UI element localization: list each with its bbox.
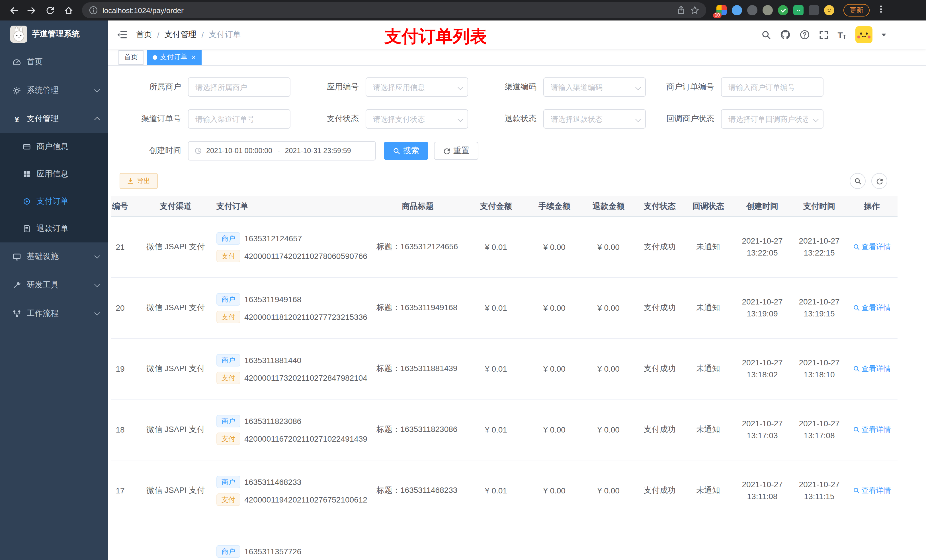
col-header-title: 商品标题 <box>371 201 465 211</box>
fullscreen-icon[interactable] <box>819 30 828 39</box>
extension-icon[interactable] <box>793 5 803 15</box>
channel-code-input[interactable] <box>544 78 645 96</box>
merchant-order-no-input-wrap[interactable] <box>721 77 823 97</box>
help-icon[interactable] <box>799 30 809 40</box>
pay-clock: 13:19:15 <box>795 308 843 320</box>
toggle-search-button[interactable] <box>850 173 865 189</box>
sidebar-item-system[interactable]: 系统管理 <box>0 76 108 105</box>
channel-order-no-input[interactable] <box>189 110 290 128</box>
sidebar-item-app-info[interactable]: 应用信息 <box>0 160 108 188</box>
channel-code-select[interactable] <box>543 77 646 97</box>
create-time-range-picker[interactable]: 2021-10-01 00:00:00 - 2021-10-31 23:59:5… <box>188 141 376 160</box>
view-detail-link[interactable]: 查看详情 <box>853 424 891 435</box>
url-text: localhost:1024/pay/order <box>103 6 672 15</box>
breadcrumb-pay-mgmt[interactable]: 支付管理 <box>165 30 197 40</box>
browser-update-button[interactable]: 更新 <box>843 4 870 17</box>
breadcrumb-separator: / <box>157 30 159 39</box>
merchant-order-line: 商户 1635311468233 <box>216 475 368 488</box>
extension-icon[interactable]: 10 <box>716 5 727 15</box>
cell-title: 标题：1635311881439 <box>371 364 465 374</box>
merchant-input[interactable] <box>189 78 290 96</box>
back-button[interactable] <box>6 2 22 18</box>
extension-icon[interactable] <box>809 5 819 15</box>
browser-menu-icon[interactable] <box>876 5 885 16</box>
pay-status-input[interactable] <box>366 110 468 128</box>
create-clock: 13:22:05 <box>735 247 789 259</box>
filter-label: 退款状态 <box>475 114 543 124</box>
extension-icon[interactable] <box>763 5 773 15</box>
merchant-tag: 商户 <box>216 232 240 245</box>
hamburger-fold-icon[interactable] <box>117 30 127 40</box>
github-icon[interactable] <box>780 30 790 40</box>
extension-icon[interactable] <box>732 5 742 15</box>
pay-status-select[interactable] <box>366 109 468 128</box>
search-button[interactable]: 搜索 <box>384 142 428 160</box>
yen-icon: ¥ <box>12 114 21 124</box>
date-end[interactable]: 2021-10-31 23:59:59 <box>285 147 351 155</box>
filter-row-3: 创建时间 2021-10-01 00:00:00 - 2021-10-31 23… <box>120 141 915 160</box>
sidebar-item-pay-order[interactable]: 支付订单 <box>0 188 108 215</box>
extension-icon[interactable] <box>778 5 788 15</box>
sidebar-item-payment[interactable]: ¥ 支付管理 <box>0 105 108 133</box>
navbar-actions: TT <box>761 26 926 43</box>
merchant-select[interactable] <box>188 77 291 97</box>
app-no-input[interactable] <box>366 78 468 96</box>
sidebar-item-workflow[interactable]: 工作流程 <box>0 299 108 328</box>
channel-order-no-input-wrap[interactable] <box>188 109 291 128</box>
document-icon <box>23 225 31 233</box>
breadcrumb-home[interactable]: 首页 <box>136 30 152 40</box>
chevron-down-icon <box>94 253 100 259</box>
caret-down-icon[interactable] <box>882 33 886 36</box>
refund-status-input[interactable] <box>544 110 645 128</box>
extensions-row: 10 <box>716 5 834 15</box>
merchant-order-line: 商户 1635311881440 <box>216 354 368 366</box>
sidebar: 芋道管理系统 首页 系统管理 ¥ 支付管理 <box>0 21 108 560</box>
cell-status: 支付成功 <box>635 424 684 435</box>
extension-icon[interactable] <box>747 5 757 15</box>
view-detail-link[interactable]: 查看详情 <box>853 486 891 496</box>
app-no-select[interactable] <box>366 77 468 97</box>
site-info-icon[interactable] <box>89 6 98 15</box>
filter-label: 支付状态 <box>297 114 366 124</box>
tab-pay-order[interactable]: 支付订单 × <box>147 50 201 65</box>
refresh-table-button[interactable] <box>872 173 887 189</box>
view-detail-link[interactable]: 查看详情 <box>853 364 891 374</box>
forward-button[interactable] <box>24 2 40 18</box>
notify-status-input[interactable] <box>722 110 823 128</box>
pay-clock: 13:22:15 <box>795 247 843 259</box>
font-size-icon[interactable]: TT <box>837 30 846 39</box>
cell-action: 查看详情 <box>846 364 897 374</box>
cell-amount: ¥ 0.01 <box>465 242 527 252</box>
sidebar-item-dev-tools[interactable]: 研发工具 <box>0 271 108 299</box>
dashboard-icon <box>12 58 21 66</box>
screen: localhost:1024/pay/order 10 更新 芋道管理系统 <box>0 0 926 560</box>
sidebar-item-infrastructure[interactable]: 基础设施 <box>0 242 108 271</box>
export-button[interactable]: 导出 <box>120 173 158 189</box>
tab-home[interactable]: 首页 <box>118 50 144 65</box>
sidebar-item-merchant-info[interactable]: 商户信息 <box>0 133 108 160</box>
url-bar[interactable]: localhost:1024/pay/order <box>82 2 706 18</box>
user-avatar[interactable] <box>855 26 873 43</box>
cell-refund: ¥ 0.00 <box>581 303 635 312</box>
cell-fee: ¥ 0.00 <box>527 486 581 495</box>
view-detail-link[interactable]: 查看详情 <box>853 303 891 313</box>
cell-notify-status: 未通知 <box>684 424 732 435</box>
reset-button[interactable]: 重置 <box>434 142 478 160</box>
bookmark-star-icon[interactable] <box>690 6 699 15</box>
notify-status-select[interactable] <box>721 109 823 128</box>
date-separator: - <box>276 147 281 155</box>
profile-avatar-icon[interactable] <box>824 5 834 15</box>
search-icon[interactable] <box>761 30 771 39</box>
view-detail-link[interactable]: 查看详情 <box>853 242 891 252</box>
share-icon[interactable] <box>676 6 686 15</box>
table-toolbar: 导出 <box>120 173 915 189</box>
merchant-order-no-input[interactable] <box>722 78 823 96</box>
reload-button[interactable] <box>42 2 58 18</box>
sidebar-item-home[interactable]: 首页 <box>0 48 108 76</box>
cell-pay-time: 2021-10-27 13:19:15 <box>792 296 846 320</box>
sidebar-item-refund-order[interactable]: 退款订单 <box>0 215 108 242</box>
date-start[interactable]: 2021-10-01 00:00:00 <box>206 147 272 155</box>
close-icon[interactable]: × <box>191 53 196 61</box>
refund-status-select[interactable] <box>543 109 646 128</box>
home-button[interactable] <box>61 2 76 18</box>
